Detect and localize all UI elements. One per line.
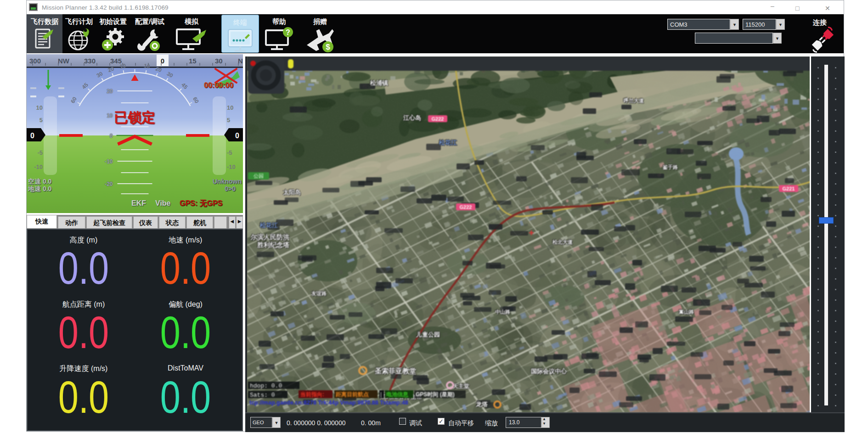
svg-text:NW: NW <box>58 57 70 65</box>
svg-text:10: 10 <box>36 104 43 111</box>
svg-text:-20: -20 <box>105 181 113 187</box>
svg-text:?: ? <box>286 28 290 36</box>
svg-text:5: 5 <box>39 117 43 124</box>
svg-text:电池信息: 电池信息 <box>386 391 409 398</box>
svg-text:10: 10 <box>119 62 127 70</box>
svg-text:5: 5 <box>227 117 230 124</box>
svg-text:已锁定: 已锁定 <box>114 110 156 125</box>
svg-text:-5: -5 <box>37 149 43 156</box>
svg-text:0: 0 <box>110 133 113 139</box>
svg-text:-10: -10 <box>105 158 113 165</box>
svg-text:300: 300 <box>29 57 41 65</box>
svg-text:10: 10 <box>143 62 151 70</box>
svg-text:10: 10 <box>107 112 113 119</box>
svg-text:空速 0.0: 空速 0.0 <box>28 178 52 185</box>
svg-text:Sats: 0: Sats: 0 <box>250 392 275 399</box>
svg-text:Vibe: Vibe <box>155 199 171 207</box>
svg-text:330: 330 <box>84 57 96 65</box>
svg-text:hdop: 0.0: hdop: 0.0 <box>250 382 282 389</box>
svg-text:距离目前航点: 距离目前航点 <box>335 391 369 398</box>
svg-text:0>0: 0>0 <box>225 185 236 192</box>
svg-text:0: 0 <box>30 132 34 140</box>
svg-text:EKF: EKF <box>131 199 146 207</box>
svg-text:-5: -5 <box>227 149 232 156</box>
svg-text:当前指向:: 当前指向: <box>300 391 324 398</box>
svg-text:20: 20 <box>107 88 113 95</box>
svg-text:|: | <box>380 391 382 398</box>
svg-text:00:00:00: 00:00:00 <box>204 81 233 89</box>
svg-text:0: 0 <box>235 132 239 140</box>
svg-text:-10: -10 <box>34 163 43 170</box>
svg-text:30: 30 <box>215 57 223 65</box>
svg-text:-10: -10 <box>227 163 236 170</box>
svg-text:地速 0.0: 地速 0.0 <box>28 185 52 192</box>
svg-text:10: 10 <box>227 104 233 111</box>
svg-text:15: 15 <box>189 57 197 65</box>
svg-text:tcp://map.gaode.cn:8278 Trk:44: tcp://map.gaode.cn:8278 Trk:44p Vmap:987… <box>249 399 408 406</box>
svg-text:GPS时间 (星期): GPS时间 (星期) <box>416 391 455 398</box>
svg-text:$: $ <box>326 43 330 51</box>
svg-text:GPS: 无GPS: GPS: 无GPS <box>180 199 223 207</box>
svg-text:Unknown: Unknown <box>213 178 242 185</box>
